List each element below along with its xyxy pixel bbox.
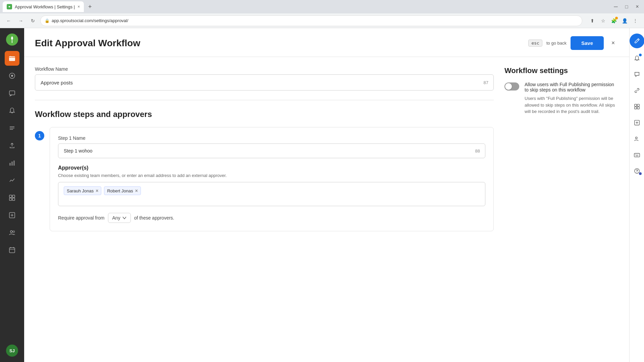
settings-row: Allow users with Full Publishing permiss… bbox=[504, 82, 619, 115]
page-title: Edit Approval Workflow bbox=[35, 38, 140, 49]
users-icon-button[interactable] bbox=[631, 133, 643, 145]
grid-icon bbox=[634, 104, 640, 110]
go-back-text: to go back bbox=[546, 41, 567, 46]
content-area: Workflow Name 87 Workflow steps and appr… bbox=[24, 57, 629, 362]
workflow-name-input[interactable] bbox=[35, 74, 494, 90]
settings-text-container: Allow users with Full Publishing permiss… bbox=[525, 82, 619, 115]
workflow-name-container: 87 bbox=[35, 74, 494, 90]
step-container: 1 Step 1 Name 88 Approver(s) Choose exis… bbox=[35, 127, 494, 231]
sidebar-item-analytics[interactable] bbox=[5, 156, 19, 170]
right-edge-panel bbox=[629, 28, 644, 362]
sidebar-item-tasks[interactable] bbox=[5, 121, 19, 135]
section-divider bbox=[35, 100, 494, 100]
step-name-input[interactable] bbox=[58, 143, 485, 158]
sidebar-item-add[interactable] bbox=[5, 208, 19, 223]
edit-icon bbox=[634, 38, 640, 44]
menu-button[interactable]: ⋮ bbox=[631, 16, 640, 25]
keyboard-icon-button[interactable] bbox=[631, 149, 643, 161]
step-name-label: Step 1 Name bbox=[58, 135, 485, 141]
svg-point-31 bbox=[635, 137, 637, 139]
sidebar-item-inbox[interactable] bbox=[5, 68, 19, 83]
lock-icon: 🔒 bbox=[45, 18, 50, 23]
left-panel: Workflow Name 87 Workflow steps and appr… bbox=[35, 66, 494, 353]
address-bar[interactable]: 🔒 app.sproutsocial.com/settings/approval… bbox=[40, 15, 582, 26]
compose-fab[interactable] bbox=[630, 34, 644, 48]
browser-toolbar: ← → ↻ 🔒 app.sproutsocial.com/settings/ap… bbox=[0, 13, 644, 28]
new-tab-button[interactable]: + bbox=[85, 2, 95, 11]
step-card: Step 1 Name 88 Approver(s) Choose existi… bbox=[50, 127, 494, 231]
message-icon-button[interactable] bbox=[631, 68, 643, 80]
steps-section-title: Workflow steps and approvers bbox=[35, 110, 494, 119]
sidebar-item-reports[interactable] bbox=[5, 173, 19, 188]
remove-robert-button[interactable]: × bbox=[135, 188, 138, 193]
require-label: Require approval from bbox=[58, 215, 105, 221]
approver-name-robert: Robert Jonas bbox=[107, 188, 133, 193]
plus-icon bbox=[634, 120, 640, 126]
sidebar-item-publishing[interactable] bbox=[5, 138, 19, 153]
workflow-settings-title: Workflow settings bbox=[504, 66, 619, 75]
extensions-button[interactable]: 🧩 bbox=[609, 16, 619, 25]
sidebar-item-users[interactable] bbox=[5, 225, 19, 240]
svg-point-3 bbox=[11, 75, 13, 77]
share-button[interactable]: ⬆ bbox=[588, 16, 597, 25]
url-text: app.sproutsocial.com/settings/approval/ bbox=[52, 18, 128, 23]
minimize-button[interactable]: ─ bbox=[612, 3, 620, 11]
settings-toggle-label: Allow users with Full Publishing permiss… bbox=[525, 82, 619, 93]
sidebar-item-grid[interactable] bbox=[5, 190, 19, 205]
tab-favicon bbox=[7, 4, 12, 9]
help-icon-button[interactable] bbox=[631, 165, 643, 177]
notification-icon-button[interactable] bbox=[631, 52, 643, 64]
add-icon-button[interactable] bbox=[631, 117, 643, 129]
sidebar: SJ bbox=[0, 28, 24, 362]
settings-toggle-description: Users with "Full Publishing" permission … bbox=[525, 95, 619, 115]
page-header: Edit Approval Workflow esc to go back Sa… bbox=[24, 28, 629, 57]
profile-button[interactable]: 👤 bbox=[620, 16, 629, 25]
workflow-name-section: Workflow Name 87 bbox=[35, 66, 494, 90]
back-button[interactable]: ← bbox=[4, 16, 13, 25]
sidebar-item-messages[interactable] bbox=[5, 86, 19, 101]
remove-sarauh-button[interactable]: × bbox=[96, 188, 98, 193]
close-button[interactable]: × bbox=[608, 38, 619, 49]
grid-icon-button[interactable] bbox=[631, 101, 643, 113]
svg-rect-24 bbox=[634, 104, 636, 106]
svg-rect-9 bbox=[11, 162, 13, 166]
maximize-button[interactable]: □ bbox=[623, 3, 631, 11]
forward-button[interactable]: → bbox=[16, 16, 25, 25]
link-icon-button[interactable] bbox=[631, 84, 643, 97]
sidebar-item-notifications[interactable] bbox=[5, 103, 19, 118]
bookmark-button[interactable]: ☆ bbox=[598, 16, 608, 25]
browser-chrome: Approval Workflows | Settings | × + ─ □ … bbox=[0, 0, 644, 28]
sidebar-item-calendar[interactable] bbox=[5, 243, 19, 257]
toolbar-actions: ⬆ ☆ 🧩 👤 ⋮ bbox=[588, 16, 640, 25]
esc-badge: esc bbox=[528, 40, 542, 47]
svg-rect-13 bbox=[9, 198, 12, 200]
keyboard-icon bbox=[634, 152, 640, 158]
require-approval-row: Require approval from Any of these appro… bbox=[58, 213, 485, 223]
browser-titlebar: Approval Workflows | Settings | × + ─ □ … bbox=[0, 0, 644, 13]
step-name-char-count: 88 bbox=[475, 148, 480, 154]
browser-tab[interactable]: Approval Workflows | Settings | × bbox=[3, 1, 84, 12]
header-left: Edit Approval Workflow bbox=[35, 38, 140, 49]
svg-point-19 bbox=[13, 231, 15, 233]
workflow-name-char-count: 87 bbox=[484, 80, 488, 85]
require-any-dropdown[interactable]: Any bbox=[108, 213, 131, 223]
skip-steps-toggle[interactable] bbox=[504, 82, 519, 90]
right-panel: Workflow settings Allow users with Full … bbox=[504, 66, 619, 353]
tab-close-button[interactable]: × bbox=[77, 4, 80, 9]
message-icon bbox=[634, 71, 640, 77]
require-suffix: of these approvers. bbox=[134, 215, 174, 221]
main-content: Edit Approval Workflow esc to go back Sa… bbox=[24, 28, 629, 362]
save-button[interactable]: Save bbox=[571, 36, 604, 50]
sidebar-item-compose[interactable] bbox=[5, 51, 19, 66]
svg-rect-32 bbox=[634, 154, 639, 157]
window-close-button[interactable]: × bbox=[633, 3, 641, 11]
svg-rect-27 bbox=[637, 107, 639, 109]
sprout-logo[interactable] bbox=[6, 34, 18, 46]
question-icon bbox=[634, 168, 640, 174]
svg-rect-8 bbox=[9, 163, 11, 166]
bell-icon bbox=[634, 55, 640, 61]
user-avatar[interactable]: SJ bbox=[6, 345, 18, 357]
refresh-button[interactable]: ↻ bbox=[28, 16, 38, 25]
svg-rect-20 bbox=[9, 248, 15, 253]
approvers-input-box[interactable]: Sarauh Jonas × Robert Jonas × bbox=[58, 182, 485, 206]
